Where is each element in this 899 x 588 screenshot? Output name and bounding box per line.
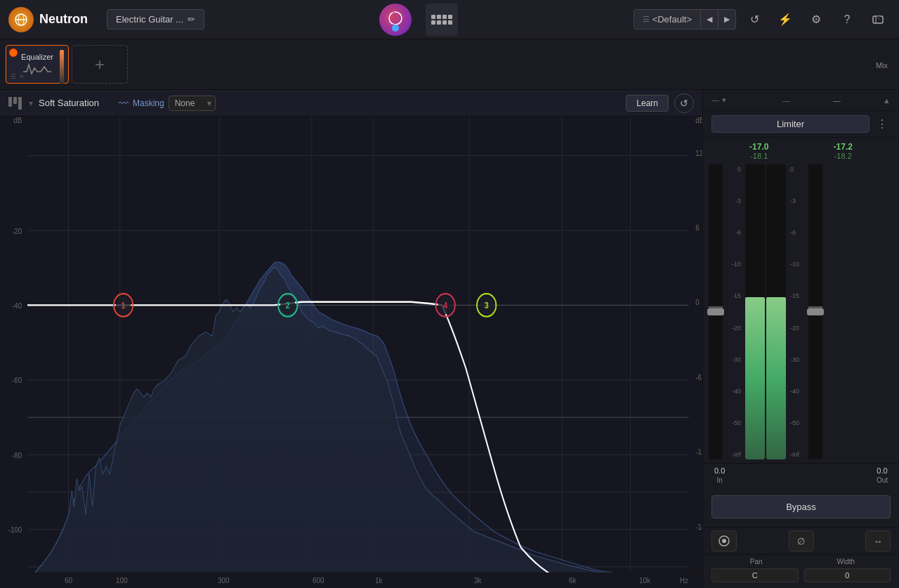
right-fader-handle[interactable] bbox=[807, 308, 824, 315]
eq-panel: ▾ Soft Saturation 〰 Masking None Vocal K… bbox=[0, 90, 702, 588]
module-strip: Equalizer ☰ ✕ + Mix bbox=[0, 39, 899, 90]
bypass-area: Bypass bbox=[703, 487, 899, 527]
masking-select[interactable]: None Vocal Kick Snare Bass bbox=[169, 96, 216, 111]
help-button[interactable]: ? bbox=[834, 7, 860, 32]
limiter-right-expand: ▲ bbox=[883, 96, 891, 105]
right-meter-bot: -18.2 bbox=[834, 152, 852, 160]
pan-circle-icon-button[interactable] bbox=[711, 530, 737, 551]
grid-button[interactable] bbox=[426, 4, 458, 36]
app-logo: Neutron bbox=[8, 7, 100, 32]
freq-hz: Hz bbox=[680, 577, 688, 584]
settings-button[interactable]: ⚙ bbox=[803, 7, 829, 32]
add-module-button[interactable]: + bbox=[72, 45, 128, 84]
meters-faders-area: 0 -3 -6 -10 -15 -20 -30 -40 -50 -Inf bbox=[703, 164, 899, 463]
bands-icon[interactable] bbox=[8, 97, 22, 110]
history-button[interactable]: ↺ bbox=[742, 7, 767, 32]
limiter-header: — ▾ — — ▲ bbox=[703, 90, 899, 111]
width-value: 0 bbox=[804, 568, 891, 582]
limiter-expand-icon: — bbox=[711, 96, 719, 105]
orb-dot bbox=[392, 25, 399, 32]
limiter-left-dash: — bbox=[782, 96, 790, 105]
chevron-down-icon[interactable]: ▾ bbox=[29, 98, 33, 108]
module-power-indicator bbox=[9, 48, 18, 57]
out-val: 0.0 bbox=[877, 466, 887, 475]
svg-text:-6: -6 bbox=[695, 372, 702, 381]
freq-60: 60 bbox=[65, 577, 72, 584]
logo-icon bbox=[8, 7, 34, 32]
svg-text:dB: dB bbox=[13, 117, 22, 124]
left-meter-bar bbox=[745, 164, 765, 459]
svg-text:-20: -20 bbox=[12, 226, 22, 235]
masking-icon: 〰 bbox=[119, 98, 129, 109]
svg-text:-12: -12 bbox=[695, 447, 702, 456]
in-val: 0.0 bbox=[714, 466, 725, 475]
right-fader-line bbox=[808, 306, 822, 308]
grid-icon bbox=[431, 15, 452, 25]
freq-10k: 10k bbox=[639, 577, 650, 584]
left-fader-handle[interactable] bbox=[707, 308, 724, 315]
center-controls bbox=[211, 4, 626, 36]
svg-point-53 bbox=[722, 539, 726, 543]
pan-width-label-row: Pan Width bbox=[703, 555, 899, 567]
svg-text:0: 0 bbox=[695, 298, 699, 307]
bypass-button[interactable]: Bypass bbox=[711, 495, 891, 518]
preset-default: <Default> bbox=[652, 14, 692, 25]
midi-icon bbox=[872, 13, 884, 26]
midi-button[interactable] bbox=[865, 7, 891, 32]
module-close-icon[interactable]: ✕ bbox=[19, 73, 25, 80]
nav-next-button[interactable]: ▶ bbox=[718, 11, 735, 28]
pan-label: Pan bbox=[711, 558, 801, 566]
svg-text:12: 12 bbox=[695, 148, 702, 157]
in-out-row: 0.0 In 0.0 Out bbox=[703, 463, 899, 487]
svg-text:1: 1 bbox=[122, 300, 126, 310]
mix-label: Mix bbox=[876, 61, 888, 70]
freq-label-bar: 60 100 300 600 1k 3k 6k 10k Hz bbox=[0, 573, 702, 588]
right-panel: — ▾ — — ▲ Limiter ⋮ -17.0 -18.1 -17.2 -1… bbox=[702, 90, 899, 588]
limiter-menu-button[interactable]: ⋮ bbox=[874, 116, 891, 133]
pan-circle-icon bbox=[718, 535, 730, 547]
equalizer-module[interactable]: Equalizer ☰ ✕ bbox=[6, 45, 69, 84]
left-fader-line bbox=[709, 306, 723, 308]
lightning-button[interactable]: ⚡ bbox=[773, 7, 798, 32]
meter-values-row: -17.0 -18.1 -17.2 -18.2 bbox=[703, 138, 899, 164]
learn-button[interactable]: Learn bbox=[626, 95, 669, 112]
masking-dropdown: None Vocal Kick Snare Bass ▾ bbox=[169, 96, 216, 111]
left-meter-values: -17.0 -18.1 bbox=[749, 142, 768, 160]
orb-button[interactable] bbox=[379, 4, 412, 36]
eq-canvas: dB -20 -40 -60 -80 -100 dB 12 6 0 -6 -12… bbox=[0, 117, 702, 588]
width-label: Width bbox=[801, 558, 891, 566]
reset-button[interactable]: ↺ bbox=[674, 93, 694, 113]
svg-text:-60: -60 bbox=[12, 376, 22, 385]
preset-label: ☰ <Default> bbox=[634, 10, 700, 29]
soft-saturation-label: Soft Saturation bbox=[39, 98, 99, 108]
svg-text:-100: -100 bbox=[8, 525, 22, 535]
phase-icon-button[interactable]: ∅ bbox=[789, 530, 814, 551]
topbar: Neutron Electric Guitar ... ✏ ☰ <Default… bbox=[0, 0, 899, 39]
limiter-collapse-icon: ▾ bbox=[722, 96, 726, 105]
limiter-title-row: Limiter ⋮ bbox=[703, 111, 899, 138]
pencil-icon: ✏ bbox=[188, 14, 195, 25]
nav-prev-button[interactable]: ◀ bbox=[700, 11, 718, 28]
limiter-title: Limiter bbox=[777, 119, 804, 129]
limiter-title-block: Limiter bbox=[711, 115, 870, 133]
freq-6k: 6k bbox=[569, 577, 577, 584]
module-level-fader bbox=[60, 50, 64, 84]
module-name: Equalizer bbox=[21, 53, 53, 61]
left-fader-track[interactable] bbox=[709, 164, 723, 459]
mix-area: Mix bbox=[876, 45, 893, 84]
preset-button[interactable]: Electric Guitar ... ✏ bbox=[107, 9, 204, 30]
svg-text:-18: -18 bbox=[695, 522, 702, 531]
masking-area: 〰 Masking None Vocal Kick Snare Bass ▾ bbox=[119, 96, 216, 111]
freq-3k: 3k bbox=[474, 577, 482, 584]
preset-nav: ☰ <Default> ◀ ▶ bbox=[634, 9, 736, 30]
eq-canvas-area: dB -20 -40 -60 -80 -100 dB 12 6 0 -6 -12… bbox=[0, 117, 702, 588]
in-control: 0.0 In bbox=[714, 466, 725, 484]
main-area: ▾ Soft Saturation 〰 Masking None Vocal K… bbox=[0, 90, 899, 588]
right-meter-values: -17.2 -18.2 bbox=[834, 142, 853, 160]
left-meter-fill bbox=[745, 297, 765, 459]
right-fader-track[interactable] bbox=[808, 164, 822, 459]
svg-text:2: 2 bbox=[286, 300, 290, 310]
out-control: 0.0 Out bbox=[877, 466, 888, 484]
width-icon-button[interactable]: ↔ bbox=[865, 530, 891, 551]
module-menu-icon[interactable]: ☰ bbox=[11, 73, 16, 80]
